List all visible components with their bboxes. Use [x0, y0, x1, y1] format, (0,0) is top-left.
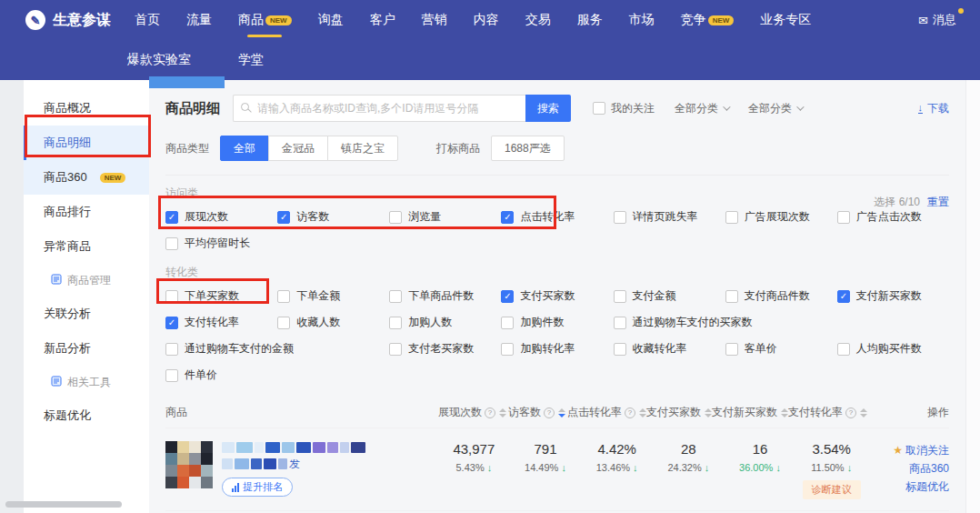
checkbox-icon[interactable] — [501, 343, 514, 356]
search-button[interactable]: 搜索 — [525, 95, 571, 122]
sort-control[interactable] — [639, 408, 646, 417]
subnav-item-1[interactable]: 爆款实验室 — [127, 52, 191, 68]
metric-checkbox-下单商品件数[interactable]: 下单商品件数 — [389, 288, 501, 304]
sidebar-item-1[interactable]: 商品概况 — [24, 91, 149, 126]
metric-checkbox-件单价[interactable]: 件单价 — [165, 367, 277, 383]
metric-checkbox-通过购物车支付的金额[interactable]: 通过购物车支付的金额 — [165, 341, 389, 357]
checkbox-icon[interactable]: ✓ — [501, 211, 514, 224]
category-select-1[interactable]: 全部分类 — [675, 101, 728, 116]
nav-item-7[interactable]: 内容 — [474, 0, 499, 40]
checkbox-icon[interactable] — [725, 290, 738, 303]
sidebar-item-2[interactable]: 商品明细 — [24, 126, 149, 160]
metric-checkbox-客单价[interactable]: 客单价 — [725, 341, 837, 357]
metric-checkbox-广告点击次数[interactable]: 广告点击次数 — [837, 209, 949, 225]
checkbox-icon[interactable] — [389, 211, 402, 224]
checkbox-icon[interactable]: ✓ — [277, 211, 290, 224]
sidebar-item-3[interactable]: 商品360NEW — [24, 160, 149, 195]
product-thumbnail[interactable] — [165, 441, 213, 488]
metric-checkbox-展现次数[interactable]: ✓展现次数 — [165, 209, 277, 225]
metric-checkbox-支付转化率[interactable]: ✓支付转化率 — [165, 315, 277, 330]
checkbox-icon[interactable] — [501, 317, 514, 329]
sort-control[interactable] — [781, 408, 788, 417]
nav-item-9[interactable]: 服务 — [577, 0, 603, 40]
nav-item-11[interactable]: 竞争NEW — [681, 0, 735, 40]
help-icon[interactable]: ? — [544, 407, 555, 418]
metric-checkbox-通过购物车支付的买家数[interactable]: 通过购物车支付的买家数 — [614, 315, 837, 330]
checkbox-icon[interactable] — [614, 290, 626, 303]
action-link-标题优化[interactable]: 标题优化 — [867, 478, 949, 496]
metric-checkbox-人均购买件数[interactable]: 人均购买件数 — [837, 341, 949, 357]
metric-checkbox-访客数[interactable]: ✓访客数 — [277, 209, 389, 225]
messages-button[interactable]: ✉ 消息 — [918, 12, 956, 28]
metric-checkbox-详情页跳失率[interactable]: 详情页跳失率 — [614, 209, 725, 225]
nav-item-2[interactable]: 流量 — [186, 0, 212, 40]
checkbox-icon[interactable] — [165, 290, 178, 303]
nav-item-3[interactable]: 商品NEW — [238, 0, 292, 40]
metric-checkbox-加购转化率[interactable]: 加购转化率 — [501, 341, 613, 357]
subnav-item-2[interactable]: 学堂 — [238, 52, 264, 68]
help-icon[interactable]: ? — [485, 407, 495, 418]
sidebar-item-8[interactable]: 新品分析 — [24, 331, 149, 366]
metric-checkbox-加购件数[interactable]: 加购件数 — [501, 315, 613, 330]
metric-checkbox-浏览量[interactable]: 浏览量 — [389, 209, 501, 225]
logo[interactable]: ✎ 生意参谋 — [25, 10, 111, 30]
checkbox-icon[interactable] — [614, 211, 626, 224]
checkbox-icon[interactable] — [165, 343, 178, 356]
checkbox-icon[interactable] — [614, 343, 626, 356]
checkbox-icon[interactable]: ✓ — [837, 290, 850, 303]
sort-control[interactable] — [499, 408, 506, 417]
type-option-1[interactable]: 全部 — [220, 136, 269, 161]
metric-checkbox-下单金额[interactable]: 下单金额 — [277, 288, 389, 304]
help-icon[interactable]: ? — [845, 407, 856, 418]
sort-control[interactable] — [860, 408, 867, 417]
checkbox-icon[interactable]: ✓ — [165, 211, 178, 224]
help-icon[interactable]: ? — [625, 407, 635, 418]
rank-boost-button[interactable]: 提升排名 — [222, 478, 293, 497]
reset-link[interactable]: 重置 — [927, 195, 949, 210]
checkbox-icon[interactable] — [725, 211, 738, 224]
checkbox-icon[interactable]: ✓ — [501, 290, 514, 303]
download-button[interactable]: ↓ 下载 — [918, 101, 950, 116]
nav-item-10[interactable]: 市场 — [629, 0, 655, 40]
nav-item-4[interactable]: 询盘 — [318, 0, 344, 40]
bottom-scrollbar-thumb[interactable] — [5, 501, 122, 508]
checkbox-icon[interactable] — [165, 237, 178, 250]
metric-checkbox-支付新买家数[interactable]: ✓支付新买家数 — [837, 288, 949, 304]
my-follow-checkbox[interactable]: 我的关注 — [593, 101, 655, 116]
metric-checkbox-下单买家数[interactable]: 下单买家数 — [165, 288, 277, 304]
sidebar-item-10[interactable]: 标题优化 — [24, 398, 149, 433]
checkbox-icon[interactable] — [389, 343, 402, 356]
metric-checkbox-平均停留时长[interactable]: 平均停留时长 — [165, 236, 277, 251]
tag-option-1[interactable]: 1688严选 — [491, 136, 565, 161]
sort-control[interactable] — [705, 408, 712, 417]
product-title-link[interactable] — [222, 441, 365, 453]
metric-checkbox-支付老买家数[interactable]: 支付老买家数 — [389, 341, 501, 357]
checkbox-icon[interactable] — [389, 290, 402, 303]
nav-item-5[interactable]: 客户 — [370, 0, 395, 40]
checkbox-icon[interactable] — [725, 343, 738, 356]
nav-item-8[interactable]: 交易 — [525, 0, 551, 40]
nav-item-12[interactable]: 业务专区 — [760, 0, 811, 40]
metric-checkbox-收藏人数[interactable]: 收藏人数 — [277, 315, 389, 330]
type-option-3[interactable]: 镇店之宝 — [327, 136, 398, 161]
sidebar-tool-item-9[interactable]: 相关工具 — [24, 366, 149, 398]
nav-item-1[interactable]: 首页 — [135, 0, 160, 40]
type-option-2[interactable]: 金冠品 — [268, 136, 328, 161]
sidebar-item-7[interactable]: 关联分析 — [24, 297, 149, 331]
metric-checkbox-支付商品件数[interactable]: 支付商品件数 — [725, 288, 837, 304]
category-select-2[interactable]: 全部分类 — [748, 101, 802, 116]
checkbox-icon[interactable] — [593, 102, 605, 115]
sidebar-tool-item-6[interactable]: 商品管理 — [24, 264, 149, 297]
sidebar-item-5[interactable]: 异常商品 — [24, 229, 149, 264]
action-link-商品360[interactable]: 商品360 — [867, 459, 949, 478]
nav-item-6[interactable]: 营销 — [422, 0, 447, 40]
search-input[interactable] — [233, 95, 525, 122]
metric-checkbox-支付买家数[interactable]: ✓支付买家数 — [501, 288, 613, 304]
right-scrollbar-track[interactable] — [965, 80, 980, 513]
metric-checkbox-广告展现次数[interactable]: 广告展现次数 — [725, 209, 837, 225]
checkbox-icon[interactable] — [837, 343, 850, 356]
checkbox-icon[interactable] — [614, 317, 626, 329]
checkbox-icon[interactable] — [389, 317, 402, 329]
sidebar-item-4[interactable]: 商品排行 — [24, 195, 149, 229]
checkbox-icon[interactable] — [277, 290, 290, 303]
